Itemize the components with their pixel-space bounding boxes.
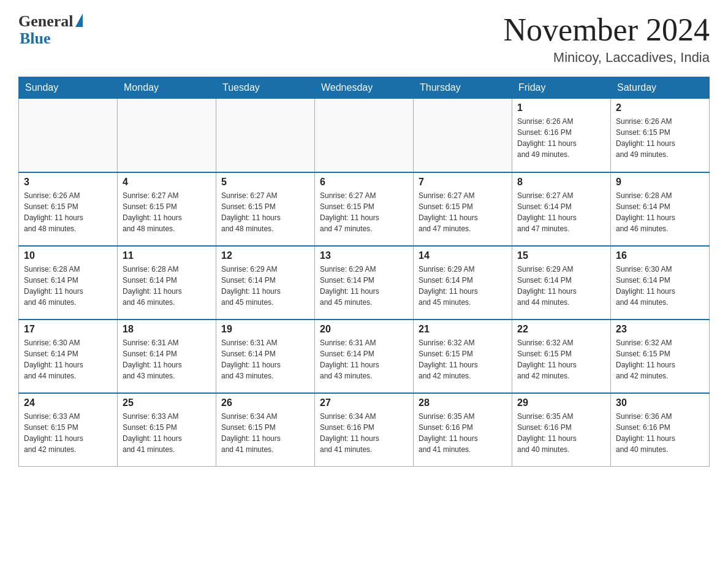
day-info: Sunrise: 6:27 AMSunset: 6:15 PMDaylight:… — [123, 190, 211, 234]
table-row — [315, 99, 414, 172]
day-number: 4 — [123, 177, 211, 188]
calendar-week-row: 24Sunrise: 6:33 AMSunset: 6:15 PMDayligh… — [19, 393, 710, 467]
day-number: 29 — [517, 397, 605, 408]
table-row: 17Sunrise: 6:30 AMSunset: 6:14 PMDayligh… — [19, 320, 118, 393]
table-row: 29Sunrise: 6:35 AMSunset: 6:16 PMDayligh… — [512, 393, 611, 467]
day-number: 21 — [419, 324, 507, 335]
table-row: 20Sunrise: 6:31 AMSunset: 6:14 PMDayligh… — [315, 320, 414, 393]
day-number: 5 — [221, 177, 309, 188]
calendar-week-row: 1Sunrise: 6:26 AMSunset: 6:16 PMDaylight… — [19, 99, 710, 172]
day-number: 2 — [616, 102, 704, 113]
day-number: 22 — [517, 324, 605, 335]
day-number: 8 — [517, 177, 605, 188]
day-info: Sunrise: 6:33 AMSunset: 6:15 PMDaylight:… — [24, 411, 112, 455]
table-row: 12Sunrise: 6:29 AMSunset: 6:14 PMDayligh… — [216, 246, 315, 320]
day-info: Sunrise: 6:26 AMSunset: 6:16 PMDaylight:… — [517, 116, 605, 160]
table-row: 14Sunrise: 6:29 AMSunset: 6:14 PMDayligh… — [414, 246, 512, 320]
table-row: 24Sunrise: 6:33 AMSunset: 6:15 PMDayligh… — [19, 393, 118, 467]
calendar-table: Sunday Monday Tuesday Wednesday Thursday… — [18, 77, 710, 467]
table-row: 16Sunrise: 6:30 AMSunset: 6:14 PMDayligh… — [611, 246, 710, 320]
table-row — [414, 99, 512, 172]
day-number: 27 — [320, 397, 408, 408]
day-info: Sunrise: 6:28 AMSunset: 6:14 PMDaylight:… — [123, 264, 211, 308]
day-info: Sunrise: 6:29 AMSunset: 6:14 PMDaylight:… — [320, 264, 408, 308]
page-header: General Blue November 2024 Minicoy, Lacc… — [18, 12, 710, 66]
table-row: 15Sunrise: 6:29 AMSunset: 6:14 PMDayligh… — [512, 246, 611, 320]
logo-blue-text: Blue — [20, 29, 51, 48]
day-info: Sunrise: 6:27 AMSunset: 6:15 PMDaylight:… — [419, 190, 507, 234]
header-friday: Friday — [512, 77, 611, 99]
table-row: 9Sunrise: 6:28 AMSunset: 6:14 PMDaylight… — [611, 172, 710, 246]
day-info: Sunrise: 6:34 AMSunset: 6:16 PMDaylight:… — [320, 411, 408, 455]
day-number: 15 — [517, 250, 605, 261]
title-area: November 2024 Minicoy, Laccadives, India — [504, 12, 710, 66]
logo-general-text: General — [18, 12, 74, 31]
table-row: 27Sunrise: 6:34 AMSunset: 6:16 PMDayligh… — [315, 393, 414, 467]
logo: General Blue — [18, 12, 83, 48]
table-row: 25Sunrise: 6:33 AMSunset: 6:15 PMDayligh… — [118, 393, 216, 467]
location-subtitle: Minicoy, Laccadives, India — [504, 50, 710, 66]
table-row — [118, 99, 216, 172]
day-info: Sunrise: 6:30 AMSunset: 6:14 PMDaylight:… — [616, 264, 704, 308]
day-info: Sunrise: 6:29 AMSunset: 6:14 PMDaylight:… — [419, 264, 507, 308]
day-number: 13 — [320, 250, 408, 261]
day-number: 6 — [320, 177, 408, 188]
month-title: November 2024 — [504, 12, 710, 47]
day-number: 1 — [517, 102, 605, 113]
header-monday: Monday — [118, 77, 216, 99]
day-info: Sunrise: 6:34 AMSunset: 6:15 PMDaylight:… — [221, 411, 309, 455]
day-info: Sunrise: 6:31 AMSunset: 6:14 PMDaylight:… — [123, 337, 211, 381]
day-number: 9 — [616, 177, 704, 188]
day-info: Sunrise: 6:26 AMSunset: 6:15 PMDaylight:… — [616, 116, 704, 160]
day-number: 12 — [221, 250, 309, 261]
day-info: Sunrise: 6:28 AMSunset: 6:14 PMDaylight:… — [24, 264, 112, 308]
day-info: Sunrise: 6:29 AMSunset: 6:14 PMDaylight:… — [221, 264, 309, 308]
day-number: 16 — [616, 250, 704, 261]
table-row — [216, 99, 315, 172]
table-row: 3Sunrise: 6:26 AMSunset: 6:15 PMDaylight… — [19, 172, 118, 246]
header-wednesday: Wednesday — [315, 77, 414, 99]
table-row: 4Sunrise: 6:27 AMSunset: 6:15 PMDaylight… — [118, 172, 216, 246]
table-row: 6Sunrise: 6:27 AMSunset: 6:15 PMDaylight… — [315, 172, 414, 246]
header-thursday: Thursday — [414, 77, 512, 99]
table-row: 5Sunrise: 6:27 AMSunset: 6:15 PMDaylight… — [216, 172, 315, 246]
day-number: 7 — [419, 177, 507, 188]
table-row: 11Sunrise: 6:28 AMSunset: 6:14 PMDayligh… — [118, 246, 216, 320]
table-row: 7Sunrise: 6:27 AMSunset: 6:15 PMDaylight… — [414, 172, 512, 246]
day-info: Sunrise: 6:28 AMSunset: 6:14 PMDaylight:… — [616, 190, 704, 234]
day-info: Sunrise: 6:26 AMSunset: 6:15 PMDaylight:… — [24, 190, 112, 234]
day-number: 3 — [24, 177, 112, 188]
table-row: 28Sunrise: 6:35 AMSunset: 6:16 PMDayligh… — [414, 393, 512, 467]
table-row: 13Sunrise: 6:29 AMSunset: 6:14 PMDayligh… — [315, 246, 414, 320]
day-info: Sunrise: 6:32 AMSunset: 6:15 PMDaylight:… — [419, 337, 507, 381]
day-number: 18 — [123, 324, 211, 335]
day-info: Sunrise: 6:30 AMSunset: 6:14 PMDaylight:… — [24, 337, 112, 381]
table-row — [19, 99, 118, 172]
day-number: 19 — [221, 324, 309, 335]
day-info: Sunrise: 6:27 AMSunset: 6:15 PMDaylight:… — [320, 190, 408, 234]
header-tuesday: Tuesday — [216, 77, 315, 99]
calendar-week-row: 17Sunrise: 6:30 AMSunset: 6:14 PMDayligh… — [19, 320, 710, 393]
table-row: 18Sunrise: 6:31 AMSunset: 6:14 PMDayligh… — [118, 320, 216, 393]
table-row: 19Sunrise: 6:31 AMSunset: 6:14 PMDayligh… — [216, 320, 315, 393]
table-row: 1Sunrise: 6:26 AMSunset: 6:16 PMDaylight… — [512, 99, 611, 172]
day-info: Sunrise: 6:29 AMSunset: 6:14 PMDaylight:… — [517, 264, 605, 308]
calendar-week-row: 3Sunrise: 6:26 AMSunset: 6:15 PMDaylight… — [19, 172, 710, 246]
table-row: 2Sunrise: 6:26 AMSunset: 6:15 PMDaylight… — [611, 99, 710, 172]
logo-triangle-icon — [75, 13, 83, 27]
table-row: 10Sunrise: 6:28 AMSunset: 6:14 PMDayligh… — [19, 246, 118, 320]
table-row: 21Sunrise: 6:32 AMSunset: 6:15 PMDayligh… — [414, 320, 512, 393]
day-info: Sunrise: 6:32 AMSunset: 6:15 PMDaylight:… — [616, 337, 704, 381]
day-info: Sunrise: 6:35 AMSunset: 6:16 PMDaylight:… — [419, 411, 507, 455]
header-saturday: Saturday — [611, 77, 710, 99]
table-row: 26Sunrise: 6:34 AMSunset: 6:15 PMDayligh… — [216, 393, 315, 467]
table-row: 30Sunrise: 6:36 AMSunset: 6:16 PMDayligh… — [611, 393, 710, 467]
table-row: 22Sunrise: 6:32 AMSunset: 6:15 PMDayligh… — [512, 320, 611, 393]
day-info: Sunrise: 6:33 AMSunset: 6:15 PMDaylight:… — [123, 411, 211, 455]
calendar-week-row: 10Sunrise: 6:28 AMSunset: 6:14 PMDayligh… — [19, 246, 710, 320]
day-info: Sunrise: 6:36 AMSunset: 6:16 PMDaylight:… — [616, 411, 704, 455]
day-number: 20 — [320, 324, 408, 335]
day-info: Sunrise: 6:27 AMSunset: 6:15 PMDaylight:… — [221, 190, 309, 234]
day-number: 11 — [123, 250, 211, 261]
day-number: 30 — [616, 397, 704, 408]
